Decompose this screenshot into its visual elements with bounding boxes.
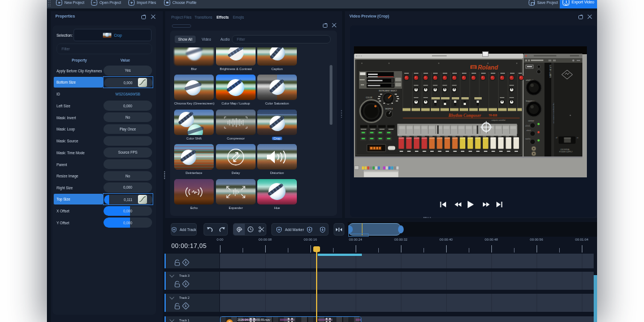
svg-text:TR-808: TR-808 [489, 114, 498, 117]
svg-text:Roland: Roland [478, 64, 498, 71]
svg-text:x2/x10: x2/x10 [525, 125, 530, 127]
svg-text:attack: attack [526, 129, 531, 132]
svg-text:SHUFFLE: SHUFFLE [385, 108, 393, 110]
svg-text:computer controlled: computer controlled [491, 119, 505, 121]
svg-text:POWER SUPPLY: POWER SUPPLY [559, 151, 573, 153]
svg-text:COLOR: COLOR [366, 97, 373, 99]
svg-text:rate/hz: rate/hz [525, 138, 531, 140]
svg-text:Rhythm Composer: Rhythm Composer [448, 113, 481, 118]
svg-text:off: off [556, 137, 557, 139]
svg-text:contour: contour [528, 120, 535, 122]
svg-text:INSTRUMENT SELECT: INSTRUMENT SELECT [379, 90, 397, 92]
